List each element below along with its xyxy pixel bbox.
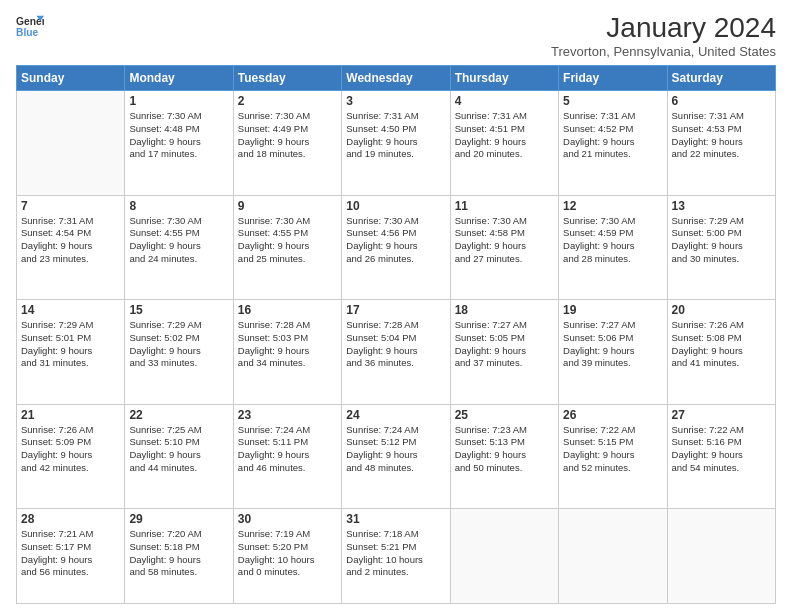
- day-number: 19: [563, 303, 662, 317]
- col-saturday: Saturday: [667, 66, 775, 91]
- day-number: 27: [672, 408, 771, 422]
- calendar-cell: 25Sunrise: 7:23 AMSunset: 5:13 PMDayligh…: [450, 404, 558, 509]
- calendar-cell: 29Sunrise: 7:20 AMSunset: 5:18 PMDayligh…: [125, 509, 233, 604]
- calendar-cell: 26Sunrise: 7:22 AMSunset: 5:15 PMDayligh…: [559, 404, 667, 509]
- calendar-cell: 2Sunrise: 7:30 AMSunset: 4:49 PMDaylight…: [233, 91, 341, 196]
- cell-content: Sunrise: 7:27 AMSunset: 5:05 PMDaylight:…: [455, 319, 554, 370]
- cell-content: Sunrise: 7:30 AMSunset: 4:56 PMDaylight:…: [346, 215, 445, 266]
- day-number: 20: [672, 303, 771, 317]
- calendar-cell: 23Sunrise: 7:24 AMSunset: 5:11 PMDayligh…: [233, 404, 341, 509]
- calendar-cell: 14Sunrise: 7:29 AMSunset: 5:01 PMDayligh…: [17, 300, 125, 405]
- cell-content: Sunrise: 7:29 AMSunset: 5:02 PMDaylight:…: [129, 319, 228, 370]
- day-number: 12: [563, 199, 662, 213]
- cell-content: Sunrise: 7:30 AMSunset: 4:55 PMDaylight:…: [238, 215, 337, 266]
- cell-content: Sunrise: 7:21 AMSunset: 5:17 PMDaylight:…: [21, 528, 120, 579]
- week-row-5: 28Sunrise: 7:21 AMSunset: 5:17 PMDayligh…: [17, 509, 776, 604]
- cell-content: Sunrise: 7:24 AMSunset: 5:11 PMDaylight:…: [238, 424, 337, 475]
- day-number: 2: [238, 94, 337, 108]
- calendar-cell: 18Sunrise: 7:27 AMSunset: 5:05 PMDayligh…: [450, 300, 558, 405]
- calendar-cell: [667, 509, 775, 604]
- calendar-cell: 19Sunrise: 7:27 AMSunset: 5:06 PMDayligh…: [559, 300, 667, 405]
- calendar-cell: 30Sunrise: 7:19 AMSunset: 5:20 PMDayligh…: [233, 509, 341, 604]
- cell-content: Sunrise: 7:20 AMSunset: 5:18 PMDaylight:…: [129, 528, 228, 579]
- calendar-cell: [17, 91, 125, 196]
- logo-icon: General Blue: [16, 12, 44, 40]
- svg-text:Blue: Blue: [16, 27, 39, 38]
- day-number: 3: [346, 94, 445, 108]
- calendar-cell: 13Sunrise: 7:29 AMSunset: 5:00 PMDayligh…: [667, 195, 775, 300]
- col-monday: Monday: [125, 66, 233, 91]
- calendar-cell: 1Sunrise: 7:30 AMSunset: 4:48 PMDaylight…: [125, 91, 233, 196]
- day-number: 6: [672, 94, 771, 108]
- cell-content: Sunrise: 7:28 AMSunset: 5:04 PMDaylight:…: [346, 319, 445, 370]
- day-number: 23: [238, 408, 337, 422]
- calendar-cell: 11Sunrise: 7:30 AMSunset: 4:58 PMDayligh…: [450, 195, 558, 300]
- col-tuesday: Tuesday: [233, 66, 341, 91]
- day-number: 28: [21, 512, 120, 526]
- cell-content: Sunrise: 7:31 AMSunset: 4:51 PMDaylight:…: [455, 110, 554, 161]
- cell-content: Sunrise: 7:28 AMSunset: 5:03 PMDaylight:…: [238, 319, 337, 370]
- calendar-cell: 31Sunrise: 7:18 AMSunset: 5:21 PMDayligh…: [342, 509, 450, 604]
- month-title: January 2024: [551, 12, 776, 44]
- day-number: 24: [346, 408, 445, 422]
- calendar-cell: 5Sunrise: 7:31 AMSunset: 4:52 PMDaylight…: [559, 91, 667, 196]
- cell-content: Sunrise: 7:29 AMSunset: 5:01 PMDaylight:…: [21, 319, 120, 370]
- day-number: 18: [455, 303, 554, 317]
- day-number: 15: [129, 303, 228, 317]
- day-number: 31: [346, 512, 445, 526]
- cell-content: Sunrise: 7:22 AMSunset: 5:15 PMDaylight:…: [563, 424, 662, 475]
- calendar-cell: 20Sunrise: 7:26 AMSunset: 5:08 PMDayligh…: [667, 300, 775, 405]
- cell-content: Sunrise: 7:23 AMSunset: 5:13 PMDaylight:…: [455, 424, 554, 475]
- calendar-table: Sunday Monday Tuesday Wednesday Thursday…: [16, 65, 776, 604]
- day-number: 16: [238, 303, 337, 317]
- header-row: Sunday Monday Tuesday Wednesday Thursday…: [17, 66, 776, 91]
- cell-content: Sunrise: 7:30 AMSunset: 4:55 PMDaylight:…: [129, 215, 228, 266]
- calendar-cell: 24Sunrise: 7:24 AMSunset: 5:12 PMDayligh…: [342, 404, 450, 509]
- week-row-4: 21Sunrise: 7:26 AMSunset: 5:09 PMDayligh…: [17, 404, 776, 509]
- cell-content: Sunrise: 7:25 AMSunset: 5:10 PMDaylight:…: [129, 424, 228, 475]
- day-number: 5: [563, 94, 662, 108]
- calendar-cell: 17Sunrise: 7:28 AMSunset: 5:04 PMDayligh…: [342, 300, 450, 405]
- week-row-3: 14Sunrise: 7:29 AMSunset: 5:01 PMDayligh…: [17, 300, 776, 405]
- day-number: 13: [672, 199, 771, 213]
- cell-content: Sunrise: 7:30 AMSunset: 4:59 PMDaylight:…: [563, 215, 662, 266]
- cell-content: Sunrise: 7:22 AMSunset: 5:16 PMDaylight:…: [672, 424, 771, 475]
- day-number: 14: [21, 303, 120, 317]
- day-number: 25: [455, 408, 554, 422]
- col-thursday: Thursday: [450, 66, 558, 91]
- day-number: 22: [129, 408, 228, 422]
- calendar-cell: 9Sunrise: 7:30 AMSunset: 4:55 PMDaylight…: [233, 195, 341, 300]
- day-number: 21: [21, 408, 120, 422]
- cell-content: Sunrise: 7:31 AMSunset: 4:53 PMDaylight:…: [672, 110, 771, 161]
- calendar-cell: [559, 509, 667, 604]
- calendar-cell: 12Sunrise: 7:30 AMSunset: 4:59 PMDayligh…: [559, 195, 667, 300]
- cell-content: Sunrise: 7:30 AMSunset: 4:48 PMDaylight:…: [129, 110, 228, 161]
- location: Trevorton, Pennsylvania, United States: [551, 44, 776, 59]
- calendar-cell: 27Sunrise: 7:22 AMSunset: 5:16 PMDayligh…: [667, 404, 775, 509]
- calendar-cell: [450, 509, 558, 604]
- cell-content: Sunrise: 7:30 AMSunset: 4:49 PMDaylight:…: [238, 110, 337, 161]
- day-number: 4: [455, 94, 554, 108]
- day-number: 7: [21, 199, 120, 213]
- week-row-1: 1Sunrise: 7:30 AMSunset: 4:48 PMDaylight…: [17, 91, 776, 196]
- cell-content: Sunrise: 7:31 AMSunset: 4:52 PMDaylight:…: [563, 110, 662, 161]
- calendar-cell: 10Sunrise: 7:30 AMSunset: 4:56 PMDayligh…: [342, 195, 450, 300]
- calendar-cell: 28Sunrise: 7:21 AMSunset: 5:17 PMDayligh…: [17, 509, 125, 604]
- cell-content: Sunrise: 7:26 AMSunset: 5:08 PMDaylight:…: [672, 319, 771, 370]
- calendar-cell: 6Sunrise: 7:31 AMSunset: 4:53 PMDaylight…: [667, 91, 775, 196]
- cell-content: Sunrise: 7:29 AMSunset: 5:00 PMDaylight:…: [672, 215, 771, 266]
- day-number: 1: [129, 94, 228, 108]
- day-number: 29: [129, 512, 228, 526]
- day-number: 9: [238, 199, 337, 213]
- title-block: January 2024 Trevorton, Pennsylvania, Un…: [551, 12, 776, 59]
- calendar-cell: 8Sunrise: 7:30 AMSunset: 4:55 PMDaylight…: [125, 195, 233, 300]
- cell-content: Sunrise: 7:30 AMSunset: 4:58 PMDaylight:…: [455, 215, 554, 266]
- col-sunday: Sunday: [17, 66, 125, 91]
- page: General Blue January 2024 Trevorton, Pen…: [0, 0, 792, 612]
- cell-content: Sunrise: 7:31 AMSunset: 4:54 PMDaylight:…: [21, 215, 120, 266]
- week-row-2: 7Sunrise: 7:31 AMSunset: 4:54 PMDaylight…: [17, 195, 776, 300]
- calendar-cell: 3Sunrise: 7:31 AMSunset: 4:50 PMDaylight…: [342, 91, 450, 196]
- cell-content: Sunrise: 7:31 AMSunset: 4:50 PMDaylight:…: [346, 110, 445, 161]
- day-number: 8: [129, 199, 228, 213]
- cell-content: Sunrise: 7:27 AMSunset: 5:06 PMDaylight:…: [563, 319, 662, 370]
